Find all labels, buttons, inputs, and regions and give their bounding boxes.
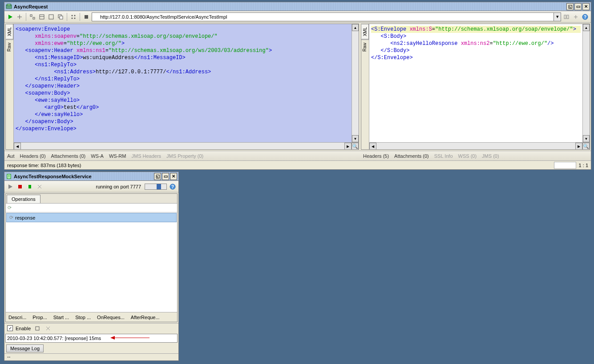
titlebar[interactable]: AsyncTestResponseMockService ◱ ▭ ✕ <box>4 172 178 181</box>
restore-icon[interactable]: ◱ <box>154 173 161 180</box>
maximize-icon[interactable]: ▭ <box>162 173 169 180</box>
submit-icon[interactable] <box>6 13 14 21</box>
scroll-down-icon[interactable]: ▼ <box>352 135 359 142</box>
tab-headers[interactable]: Headers (0) <box>20 153 46 159</box>
tab-jms-property[interactable]: JMS Property (0) <box>166 153 203 159</box>
mock-service-window: AsyncTestResponseMockService ◱ ▭ ✕ runni… <box>4 172 179 361</box>
stop-icon[interactable] <box>82 13 90 21</box>
tab-afterrequest[interactable]: AfterReque... <box>131 315 160 320</box>
help-icon[interactable]: ? <box>581 13 589 21</box>
svg-rect-9 <box>49 15 53 19</box>
maximize-icon[interactable]: ▭ <box>574 3 582 10</box>
tab-headers[interactable]: Headers (5) <box>363 153 389 159</box>
toolbar-icon-4[interactable] <box>69 13 77 21</box>
help-icon[interactable]: ? <box>169 183 177 191</box>
vertical-scrollbar[interactable]: ▲ ▼ <box>582 24 590 142</box>
toolbar-icon-1[interactable] <box>28 13 36 21</box>
clone-icon[interactable] <box>57 13 65 21</box>
svg-point-13 <box>74 15 76 16</box>
options-icon[interactable] <box>44 324 52 332</box>
side-tab-raw[interactable]: Raw <box>361 40 369 54</box>
async-request-window: AsyncRequest ◱ ▭ ✕ ▾ ? XML Raw <box>4 2 591 170</box>
horizontal-scrollbar[interactable]: ◀ ▶ 🔍 <box>369 142 590 149</box>
add-to-testcase-icon[interactable] <box>16 13 24 21</box>
operation-item[interactable]: ⟳ response <box>6 213 177 222</box>
endpoint-dropdown-icon[interactable]: ▾ <box>554 12 561 21</box>
tab-start[interactable]: Start ... <box>53 315 69 320</box>
tab-header: Operations <box>6 194 177 204</box>
titlebar[interactable]: AsyncRequest ◱ ▭ ✕ <box>4 2 591 11</box>
response-xml-editor[interactable]: <S:Envelope xmlns:S="http://schemas.xmls… <box>369 24 582 142</box>
scroll-left-icon[interactable]: ◀ <box>14 143 21 150</box>
tab-onrequest[interactable]: OnReques... <box>97 315 125 320</box>
horizontal-scrollbar[interactable]: ◀ ▶ 🔍 <box>14 142 359 149</box>
run-icon[interactable] <box>6 183 14 191</box>
tab-stop[interactable]: Stop ... <box>75 315 91 320</box>
tab-description[interactable]: Descri... <box>8 315 26 320</box>
scroll-right-icon[interactable]: ▶ <box>575 143 582 150</box>
svg-marker-26 <box>8 184 12 189</box>
tab-wsrm[interactable]: WS-RM <box>109 153 126 159</box>
tab-jms-headers[interactable]: JMS Headers <box>131 153 161 159</box>
tab-attachments[interactable]: Attachments (0) <box>51 153 86 159</box>
window-title: AsyncRequest <box>14 4 566 9</box>
tab-operations[interactable]: Operations <box>7 195 40 203</box>
add-assertion-icon[interactable] <box>572 13 580 21</box>
separator <box>26 13 26 21</box>
svg-marker-2 <box>8 15 12 19</box>
enable-checkbox[interactable]: ✓ <box>7 325 13 331</box>
scroll-left-icon[interactable]: ◀ <box>369 143 376 150</box>
close-icon[interactable]: ✕ <box>170 173 177 180</box>
enable-label: Enable <box>16 326 31 331</box>
operation-label: response <box>15 215 35 220</box>
close-icon[interactable]: ✕ <box>582 3 590 10</box>
svg-rect-17 <box>564 15 566 19</box>
operations-pane: Operations ⟳ ⟳ response Descri... Prop..… <box>5 193 178 322</box>
tab-attachments[interactable]: Attachments (0) <box>394 153 429 159</box>
status-response-time: response time: 837ms (183 bytes) <box>7 163 81 168</box>
tab-ssl-info[interactable]: SSL Info <box>434 153 453 159</box>
request-side-tabs: XML Raw <box>6 24 14 149</box>
svg-rect-11 <box>60 16 63 19</box>
request-bottom-tabs: Aut Headers (0) Attachments (0) WS-A WS-… <box>4 151 360 160</box>
vertical-scrollbar[interactable]: ▲ ▼ <box>352 24 359 142</box>
tab-wsa[interactable]: WS-A <box>91 153 104 159</box>
endpoint-input[interactable] <box>92 12 554 21</box>
request-pane: XML Raw <soapenv:Envelope xmlns:soapenv=… <box>5 24 359 150</box>
side-tab-xml[interactable]: XML <box>361 24 369 40</box>
scroll-track[interactable] <box>21 143 344 149</box>
message-log-button[interactable]: Message Log <box>6 344 44 352</box>
scroll-up-icon[interactable]: ▲ <box>352 24 359 31</box>
options-icon[interactable] <box>36 183 44 191</box>
progress-bar <box>145 184 167 190</box>
scroll-down-icon[interactable]: ▼ <box>583 135 590 142</box>
search-icon[interactable]: 🔍 <box>352 143 359 150</box>
svg-rect-27 <box>18 185 22 188</box>
soap-icon <box>6 4 12 10</box>
toolbar-icon-3[interactable] <box>47 13 55 21</box>
scroll-right-icon[interactable]: ▶ <box>344 143 352 150</box>
running-status: running on port 7777 <box>96 184 141 189</box>
scroll-track[interactable] <box>376 143 575 149</box>
scroll-up-icon[interactable]: ▲ <box>583 24 590 31</box>
restore-icon[interactable]: ◱ <box>566 3 574 10</box>
svg-rect-33 <box>36 327 39 330</box>
restart-icon[interactable] <box>26 183 34 191</box>
side-tab-xml[interactable]: XML <box>6 24 13 40</box>
log-area: 2010-03-23 10:42:00.577: [response] 15ms <box>5 334 178 343</box>
svg-rect-6 <box>33 17 35 19</box>
svg-rect-23 <box>7 174 11 179</box>
tab-aut[interactable]: Aut <box>7 153 15 159</box>
search-icon[interactable]: 🔍 <box>582 143 590 150</box>
toolbar-icon-2[interactable] <box>38 13 46 21</box>
stop-icon[interactable] <box>16 183 24 191</box>
tab-properties[interactable]: Prop... <box>32 315 47 320</box>
refresh-icon[interactable]: ⟳ <box>8 205 12 211</box>
toggle-layout-icon[interactable] <box>562 13 570 21</box>
clear-icon[interactable] <box>33 324 41 332</box>
tab-jms[interactable]: JMS (0) <box>482 153 499 159</box>
cursor-position: 1 : 1 <box>579 163 588 168</box>
side-tab-raw[interactable]: Raw <box>6 40 13 54</box>
tab-wss[interactable]: WSS (0) <box>458 153 477 159</box>
request-xml-editor[interactable]: <soapenv:Envelope xmlns:soapenv="http://… <box>14 24 352 142</box>
